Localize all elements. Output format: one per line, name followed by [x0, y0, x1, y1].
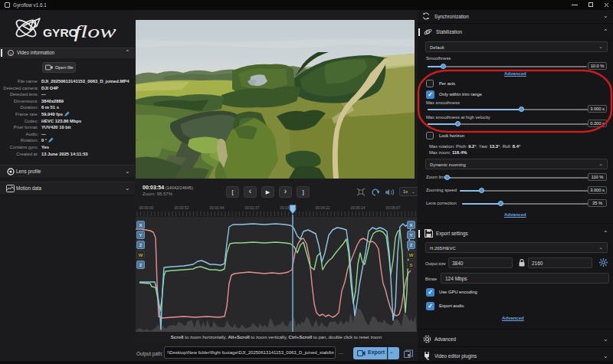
svg-text:flow: flow — [74, 21, 116, 41]
svg-text:GYRO: GYRO — [43, 26, 78, 39]
